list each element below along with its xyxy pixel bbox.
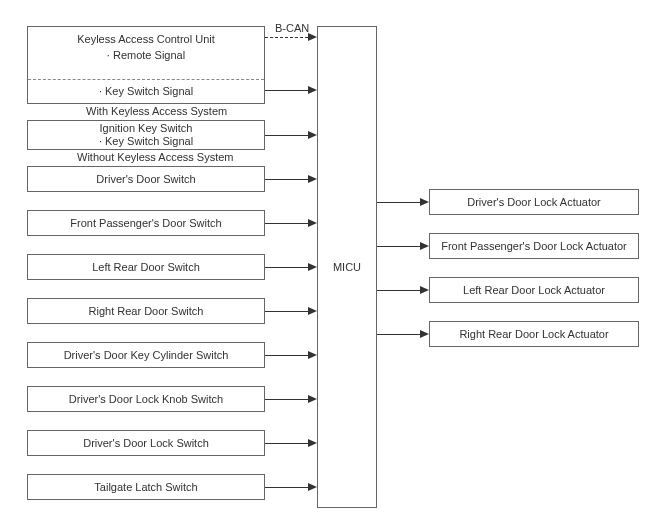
kacu-remote-signal: · Remote Signal <box>28 49 264 61</box>
front-passenger-door-lock-actuator-box: Front Passenger's Door Lock Actuator <box>429 233 639 259</box>
drivers-door-switch-label: Driver's Door Switch <box>96 172 195 186</box>
drivers-door-key-cylinder-switch-box: Driver's Door Key Cylinder Switch <box>27 342 265 368</box>
front-passenger-door-switch-box: Front Passenger's Door Switch <box>27 210 265 236</box>
right-rear-door-lock-actuator-label: Right Rear Door Lock Actuator <box>459 327 608 341</box>
diagram-stage: MICU Keyless Access Control Unit · Remot… <box>0 0 658 530</box>
drivers-door-switch-box: Driver's Door Switch <box>27 166 265 192</box>
front-passenger-door-switch-label: Front Passenger's Door Switch <box>70 216 221 230</box>
drivers-door-key-cylinder-switch-label: Driver's Door Key Cylinder Switch <box>64 348 229 362</box>
left-rear-door-lock-actuator-label: Left Rear Door Lock Actuator <box>463 283 605 297</box>
drivers-door-lock-knob-switch-box: Driver's Door Lock Knob Switch <box>27 386 265 412</box>
right-rear-door-switch-label: Right Rear Door Switch <box>89 304 204 318</box>
kacu-divider <box>28 79 264 80</box>
micu-block: MICU <box>317 26 377 508</box>
right-rear-door-lock-actuator-box: Right Rear Door Lock Actuator <box>429 321 639 347</box>
front-passenger-door-lock-actuator-label: Front Passenger's Door Lock Actuator <box>441 239 627 253</box>
tailgate-latch-switch-label: Tailgate Latch Switch <box>94 480 197 494</box>
tailgate-latch-switch-box: Tailgate Latch Switch <box>27 474 265 500</box>
micu-label: MICU <box>333 261 361 273</box>
ignition-caption: Without Keyless Access System <box>77 151 234 163</box>
ignition-key-switch-box: Ignition Key Switch · Key Switch Signal <box>27 120 265 150</box>
left-rear-door-lock-actuator-box: Left Rear Door Lock Actuator <box>429 277 639 303</box>
drivers-door-lock-knob-switch-label: Driver's Door Lock Knob Switch <box>69 392 223 406</box>
left-rear-door-switch-label: Left Rear Door Switch <box>92 260 200 274</box>
drivers-door-lock-actuator-box: Driver's Door Lock Actuator <box>429 189 639 215</box>
left-rear-door-switch-box: Left Rear Door Switch <box>27 254 265 280</box>
right-rear-door-switch-box: Right Rear Door Switch <box>27 298 265 324</box>
bcan-label: B-CAN <box>275 22 309 34</box>
drivers-door-lock-actuator-label: Driver's Door Lock Actuator <box>467 195 601 209</box>
drivers-door-lock-switch-label: Driver's Door Lock Switch <box>83 436 209 450</box>
drivers-door-lock-switch-box: Driver's Door Lock Switch <box>27 430 265 456</box>
kacu-key-switch-signal: · Key Switch Signal <box>28 85 264 97</box>
keyless-access-control-unit-box: Keyless Access Control Unit · Remote Sig… <box>27 26 265 104</box>
ignition-line1: Ignition Key Switch <box>100 122 193 135</box>
ignition-line2: · Key Switch Signal <box>99 135 193 148</box>
kacu-caption: With Keyless Access System <box>86 105 227 117</box>
kacu-title: Keyless Access Control Unit <box>28 33 264 45</box>
